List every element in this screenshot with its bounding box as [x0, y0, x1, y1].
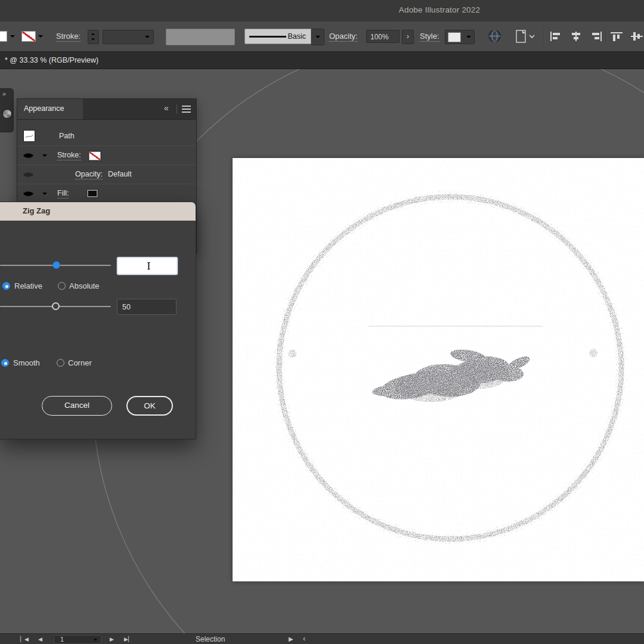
- corner-radio-label[interactable]: Corner: [68, 358, 92, 367]
- fill-row-label[interactable]: Fill:: [57, 189, 69, 199]
- variable-width-profile-dropdown[interactable]: [166, 29, 235, 45]
- fill-color-swatch[interactable]: [87, 190, 98, 197]
- brush-definition-dropdown[interactable]: Basic: [244, 29, 311, 44]
- fill-color-swatch[interactable]: [0, 31, 7, 42]
- toolbar-divider: [606, 28, 606, 45]
- appearance-row-stroke[interactable]: Stroke:: [17, 146, 196, 165]
- document-setup-icon[interactable]: [515, 29, 537, 44]
- corner-radio[interactable]: [57, 359, 64, 367]
- style-link[interactable]: Style:: [420, 32, 439, 42]
- relative-radio-label[interactable]: Relative: [14, 281, 42, 290]
- align-vertical-center-icon[interactable]: [631, 32, 643, 41]
- stroke-weight-link[interactable]: Stroke:: [56, 32, 80, 42]
- absolute-radio-label[interactable]: Absolute: [69, 281, 100, 290]
- artboard-number-value: 1: [60, 636, 64, 643]
- zigzag-dialog-header[interactable]: Zig Zag: [0, 202, 196, 221]
- chevron-down-icon[interactable]: [42, 192, 48, 196]
- visibility-eye-icon[interactable]: [23, 171, 34, 178]
- stroke-row-label[interactable]: Stroke:: [57, 151, 81, 160]
- stroke-none-swatch[interactable]: [21, 31, 36, 42]
- chevron-down-icon[interactable]: [38, 35, 44, 38]
- stepper-up-icon[interactable]: [91, 33, 95, 36]
- opacity-link[interactable]: Opacity:: [329, 32, 358, 42]
- toolbar-divider: [544, 28, 544, 45]
- color-guide-panel-icon[interactable]: [2, 109, 12, 119]
- text-cursor-ibeam-icon: I: [147, 259, 151, 273]
- collapse-panel-icon[interactable]: «: [164, 103, 169, 113]
- previous-artboard-icon[interactable]: ◀: [38, 634, 42, 644]
- opacity-row-value: Default: [108, 170, 132, 178]
- chevron-down-icon: [144, 35, 150, 39]
- appearance-row-path[interactable]: Path: [17, 127, 196, 146]
- stroke-weight-dropdown[interactable]: [103, 30, 154, 44]
- expand-panels-icon[interactable]: »: [2, 90, 6, 97]
- opacity-value: 100%: [370, 33, 389, 41]
- opacity-row-label[interactable]: Opacity:: [75, 170, 103, 179]
- chevron-down-icon: [315, 35, 321, 39]
- status-back-icon[interactable]: ‹: [303, 633, 305, 644]
- cancel-button[interactable]: Cancel: [42, 396, 112, 416]
- first-artboard-icon[interactable]: ▏◀: [20, 634, 29, 644]
- brush-name: Basic: [287, 32, 306, 41]
- ridges-slider-knob[interactable]: [52, 302, 60, 310]
- title-bar: Adobe Illustrator 2022: [0, 0, 644, 22]
- illustrator-window: { "window": { "title": "Adobe Illustrato…: [0, 0, 644, 644]
- appearance-tab[interactable]: Appearance: [17, 99, 83, 119]
- path-row-label: Path: [59, 132, 75, 140]
- collapsed-panel-dock[interactable]: »: [0, 88, 14, 132]
- right-arrow-icon: ›: [407, 32, 409, 41]
- panel-menu-icon[interactable]: [182, 106, 191, 113]
- chevron-down-icon: [93, 639, 98, 642]
- document-tab-bar: * @ 33.33 % (RGB/Preview): [0, 52, 644, 69]
- cancel-button-label: Cancel: [64, 401, 89, 410]
- graphic-style-dropdown[interactable]: [445, 30, 475, 44]
- status-expand-icon[interactable]: ▶: [289, 634, 293, 644]
- align-horizontal-right-icon[interactable]: [590, 32, 602, 41]
- size-slider-knob[interactable]: [52, 261, 60, 269]
- last-artboard-icon[interactable]: ▶▏: [124, 634, 132, 644]
- stepper-down-icon[interactable]: [91, 38, 95, 41]
- stroke-weight-stepper[interactable]: [88, 30, 99, 44]
- align-vertical-top-icon[interactable]: [611, 32, 623, 41]
- appearance-tab-label: Appearance: [24, 104, 64, 113]
- next-artboard-icon[interactable]: ▶: [110, 634, 114, 644]
- style-swatch: [448, 32, 461, 42]
- zigzag-dialog: Zig Zag I Relative Absolute Smooth Corne…: [0, 202, 196, 439]
- absolute-radio[interactable]: [58, 282, 66, 290]
- current-tool-label: Selection: [196, 634, 225, 644]
- zigzag-dialog-title: Zig Zag: [23, 206, 50, 215]
- control-bar: Stroke: Basic Opacity: 100% › Style:: [0, 21, 644, 52]
- chevron-down-icon[interactable]: [10, 35, 16, 38]
- visibility-eye-icon[interactable]: [23, 190, 34, 197]
- brush-dropdown-button[interactable]: [311, 29, 324, 45]
- panel-header-divider: [177, 104, 177, 114]
- publish-globe-icon[interactable]: [488, 29, 501, 43]
- appearance-panel-header: Appearance «: [17, 99, 196, 120]
- chevron-down-icon[interactable]: [42, 154, 48, 157]
- appearance-row-opacity[interactable]: Opacity: Default: [17, 165, 196, 184]
- artboard-number-dropdown[interactable]: 1: [54, 635, 101, 644]
- ridges-input-field[interactable]: [117, 299, 177, 315]
- smooth-radio-label[interactable]: Smooth: [13, 358, 40, 367]
- opacity-expand-button[interactable]: ›: [402, 30, 414, 44]
- window-title: Adobe Illustrator 2022: [399, 5, 481, 14]
- chevron-down-icon: [466, 35, 472, 39]
- brush-stroke-preview: [249, 36, 286, 38]
- path-thumbnail: [23, 130, 35, 142]
- opacity-value-field[interactable]: 100%: [366, 30, 400, 43]
- document-tab-label[interactable]: * @ 33.33 % (RGB/Preview): [5, 52, 98, 69]
- stroke-color-swatch[interactable]: [89, 151, 101, 160]
- size-input[interactable]: I: [117, 257, 178, 275]
- visibility-eye-icon[interactable]: [23, 152, 34, 159]
- appearance-row-fill[interactable]: Fill:: [17, 184, 196, 203]
- align-horizontal-left-icon[interactable]: [550, 32, 562, 41]
- ok-button[interactable]: OK: [126, 396, 173, 416]
- relative-radio[interactable]: [2, 282, 10, 290]
- smooth-radio[interactable]: [1, 359, 9, 367]
- artboard[interactable]: [233, 158, 644, 581]
- align-horizontal-center-icon[interactable]: [570, 32, 582, 41]
- ok-button-label: OK: [144, 401, 156, 410]
- status-bar: ▏◀ ◀ 1 ▶ ▶▏ Selection ▶ ‹: [0, 633, 644, 644]
- artwork-stipple-drawing: [233, 158, 644, 581]
